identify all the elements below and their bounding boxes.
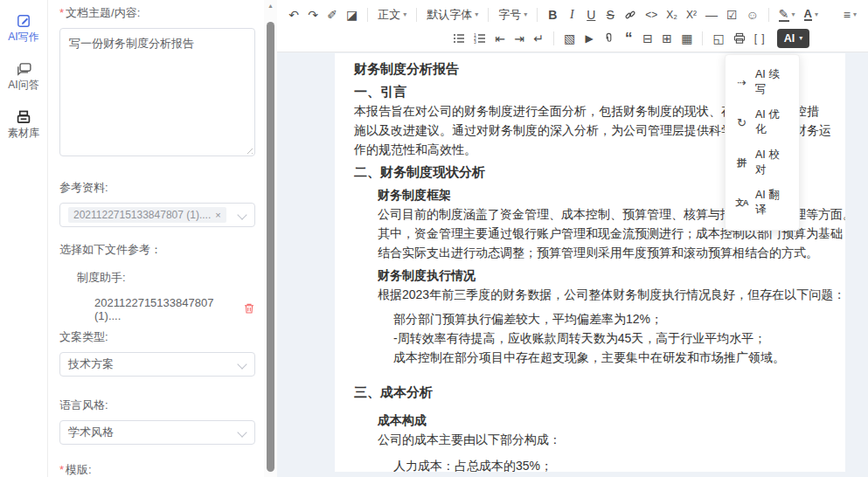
caret-down-icon: ▾ bbox=[403, 11, 406, 18]
italic-icon: I bbox=[570, 9, 574, 21]
doc-type-label: 文案类型: bbox=[59, 329, 255, 345]
ai-translate-icon: 文A bbox=[735, 198, 748, 207]
ai-continue-icon: ⇢ bbox=[735, 77, 748, 88]
underline-icon: U bbox=[587, 9, 595, 21]
ai-tools-menu: ⇢ AI 续写 ↻ AI 优化 拼 AI 校对 文A AI 翻译 bbox=[725, 54, 800, 231]
indent-button[interactable]: ⇥ bbox=[510, 28, 529, 49]
code-block-icon: ⊟ bbox=[642, 32, 653, 45]
page-break-button[interactable]: ⊞ bbox=[657, 28, 677, 49]
toolbar-row-1: ↶ ↷ ✐ ◪ 正文▾ 默认字体▾ 字号▾ B I U S bbox=[284, 3, 863, 26]
svg-text:3: 3 bbox=[474, 39, 476, 45]
menu-item-ai-proofread[interactable]: 拼 AI 校对 bbox=[726, 142, 799, 183]
video-icon: ▶ bbox=[586, 33, 594, 44]
link-button[interactable] bbox=[620, 4, 641, 25]
bullet-list-button[interactable] bbox=[448, 28, 469, 49]
menu-item-label: AI 优化 bbox=[755, 107, 789, 137]
delete-file-icon[interactable] bbox=[243, 302, 255, 317]
doc-line: 成本控制在部分项目中存在超支现象，主要集中在研发和市场推广领域。 bbox=[393, 348, 833, 367]
doc-subheading: 成本构成 bbox=[378, 411, 833, 430]
font-color-dropdown[interactable]: A▾ bbox=[800, 4, 823, 25]
eraser-button[interactable]: ◪ bbox=[342, 4, 362, 25]
doc-subheading: 财务制度执行情况 bbox=[378, 266, 833, 285]
code-block-button[interactable]: ⊟ bbox=[638, 28, 657, 49]
undo-button[interactable]: ↶ bbox=[284, 4, 303, 25]
menu-item-ai-continue[interactable]: ⇢ AI 续写 bbox=[726, 62, 799, 102]
redo-button[interactable]: ↷ bbox=[303, 4, 323, 25]
superscript-icon: X² bbox=[686, 10, 697, 20]
strikethrough-button[interactable]: S bbox=[601, 4, 620, 25]
insert-video-button[interactable]: ▶ bbox=[580, 28, 599, 49]
file-item-name: 2021122715133847807 (1).... bbox=[94, 296, 243, 322]
table-icon: ▦ bbox=[681, 32, 692, 45]
subscript-icon: X₂ bbox=[666, 10, 677, 20]
checkbox-icon: ☑ bbox=[726, 9, 738, 21]
highlight-color-dropdown[interactable]: ✎▾ bbox=[774, 4, 800, 25]
toolbar-divider bbox=[537, 8, 538, 22]
tag-remove-icon[interactable]: × bbox=[215, 210, 220, 220]
format-painter-icon: ✐ bbox=[327, 9, 337, 21]
line-break-button[interactable]: ↵ bbox=[529, 28, 548, 49]
required-mark: * bbox=[59, 6, 64, 19]
nav-item-ai-write[interactable]: AI写作 bbox=[0, 11, 47, 45]
nav-item-library[interactable]: 素材库 bbox=[0, 107, 47, 141]
emoji-button[interactable]: ☺ bbox=[742, 4, 763, 25]
embed-button[interactable]: ◱ bbox=[708, 28, 728, 49]
underline-button[interactable]: U bbox=[581, 4, 601, 25]
subscript-button[interactable]: X₂ bbox=[662, 4, 682, 25]
redo-icon: ↷ bbox=[308, 9, 318, 21]
file-group-label: 制度助手: bbox=[77, 270, 255, 286]
doc-type-value: 技术方案 bbox=[68, 356, 114, 372]
reference-select[interactable]: 2021122715133847807 (1).... × bbox=[59, 203, 255, 227]
scroll-up-icon[interactable]: ▲ bbox=[264, 3, 277, 9]
ordered-list-button[interactable]: 1 2 3 bbox=[469, 28, 490, 49]
blockquote-button[interactable]: “ bbox=[619, 28, 638, 49]
italic-button[interactable]: I bbox=[562, 4, 581, 25]
panel-scrollbar[interactable]: ▲ bbox=[264, 0, 277, 477]
emoji-icon: ☺ bbox=[746, 9, 759, 21]
font-family-dropdown[interactable]: 默认字体▾ bbox=[422, 4, 483, 25]
insert-table-button[interactable]: ▦ bbox=[677, 28, 697, 49]
menu-item-ai-translate[interactable]: 文A AI 翻译 bbox=[726, 183, 799, 223]
style-label: 语言风格: bbox=[59, 398, 255, 413]
nav-item-ai-qa[interactable]: AI问答 bbox=[0, 59, 47, 93]
indent-icon: ⇥ bbox=[514, 32, 524, 45]
ai-proofread-icon: 拼 bbox=[735, 158, 748, 168]
outdent-icon: ⇤ bbox=[495, 32, 505, 45]
template-label: *模版: bbox=[59, 462, 255, 477]
highlight-pen-icon: ✎ bbox=[779, 8, 789, 22]
menu-item-ai-optimize[interactable]: ↻ AI 优化 bbox=[726, 102, 799, 142]
toolbar-divider bbox=[553, 31, 554, 45]
doc-type-select[interactable]: 技术方案 bbox=[59, 352, 255, 377]
nav-label: AI问答 bbox=[0, 78, 47, 93]
bold-button[interactable]: B bbox=[543, 4, 562, 25]
chevron-down-icon bbox=[237, 359, 247, 369]
inline-code-button[interactable]: <> bbox=[641, 4, 662, 25]
ai-qa-icon bbox=[0, 59, 47, 77]
superscript-button[interactable]: X² bbox=[682, 4, 701, 25]
align-dropdown[interactable]: ≡▾ bbox=[839, 4, 861, 25]
paragraph-style-dropdown[interactable]: 正文▾ bbox=[373, 4, 411, 25]
font-color-icon: A bbox=[804, 8, 812, 21]
line-break-icon: ↵ bbox=[533, 32, 544, 45]
font-size-dropdown[interactable]: 字号▾ bbox=[494, 4, 531, 25]
toolbar-divider bbox=[416, 8, 417, 22]
attachment-button[interactable] bbox=[599, 28, 619, 49]
format-painter-button[interactable]: ✐ bbox=[323, 4, 342, 25]
topic-textarea[interactable]: 写一份财务制度分析报告 bbox=[59, 28, 255, 156]
ai-optimize-icon: ↻ bbox=[735, 117, 748, 128]
print-button[interactable] bbox=[729, 28, 750, 49]
insert-image-button[interactable]: ▧ bbox=[559, 28, 580, 49]
task-list-button[interactable]: ☑ bbox=[722, 4, 742, 25]
outdent-button[interactable]: ⇤ bbox=[490, 28, 510, 49]
paperclip-icon bbox=[603, 32, 615, 44]
ai-tools-dropdown[interactable]: AI▾ bbox=[777, 29, 810, 48]
fullscreen-icon: [ ] bbox=[754, 33, 766, 44]
scrollbar-thumb[interactable] bbox=[267, 22, 274, 472]
horizontal-rule-icon: — bbox=[705, 9, 718, 21]
topic-label: *文档主题/内容: bbox=[59, 5, 255, 21]
toolbar-divider bbox=[367, 8, 368, 22]
horizontal-rule-button[interactable]: — bbox=[701, 4, 722, 25]
style-select[interactable]: 学术风格 bbox=[59, 420, 255, 445]
menu-item-label: AI 翻译 bbox=[755, 188, 789, 218]
fullscreen-button[interactable]: [ ] bbox=[750, 28, 770, 49]
